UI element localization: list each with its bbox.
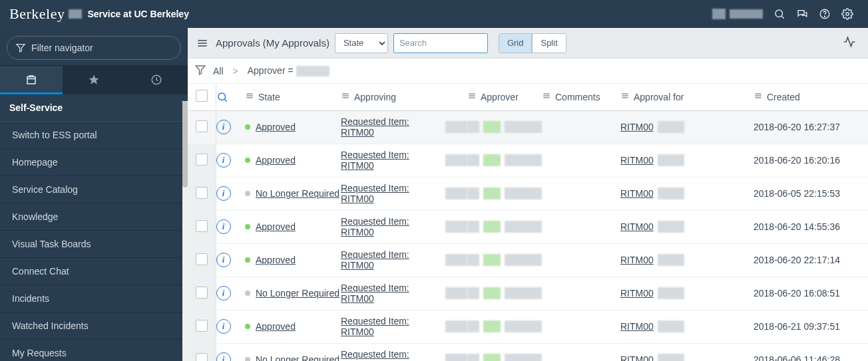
sidebar-section-self-service[interactable]: Self-Service (0, 94, 187, 122)
column-menu-icon[interactable] (467, 91, 477, 102)
column-header-state[interactable]: State (258, 92, 280, 102)
sidebar-item[interactable]: Service Catalog (0, 176, 187, 203)
table-row: iApprovedRequested Item: RITM00RITM00201… (188, 110, 868, 144)
approver-cell (467, 254, 542, 266)
split-view-button[interactable]: Split (532, 34, 565, 53)
row-info-icon[interactable]: i (216, 186, 231, 201)
state-link[interactable]: Approved (256, 155, 296, 166)
sidebar-item[interactable]: Visual Task Boards (0, 231, 187, 258)
help-icon[interactable] (813, 0, 836, 28)
approving-link[interactable]: Requested Item: RITM00 (341, 216, 441, 237)
row-checkbox[interactable] (196, 187, 208, 199)
state-link[interactable]: Approved (256, 122, 296, 132)
row-checkbox[interactable] (196, 287, 208, 299)
state-dot-icon (245, 191, 250, 196)
sidebar-item[interactable]: Watched Incidents (0, 312, 187, 340)
row-info-icon[interactable]: i (216, 219, 231, 234)
comments-cell (542, 177, 620, 210)
sidebar-item[interactable]: Connect Chat (0, 258, 187, 285)
approval-for-link[interactable]: RITM00 (620, 321, 654, 332)
state-link[interactable]: No Longer Required (256, 354, 339, 361)
approval-for-link[interactable]: RITM00 (620, 155, 654, 166)
row-info-icon[interactable]: i (216, 153, 231, 168)
row-checkbox[interactable] (196, 353, 208, 362)
filter-navigator-wrap[interactable] (7, 36, 181, 60)
column-menu-icon[interactable] (542, 91, 551, 102)
redacted (445, 154, 467, 166)
list-menu-icon[interactable] (194, 35, 210, 51)
row-info-icon[interactable]: i (216, 352, 231, 361)
approving-link[interactable]: Requested Item: RITM00 (341, 249, 441, 271)
row-info-icon[interactable]: i (216, 253, 231, 267)
row-checkbox[interactable] (196, 220, 208, 232)
row-checkbox[interactable] (196, 154, 208, 166)
select-all-checkbox[interactable] (196, 90, 208, 102)
approving-link[interactable]: Requested Item: RITM00 (341, 183, 441, 204)
column-header-approval-for[interactable]: Approval for (634, 92, 684, 102)
sidebar-item[interactable]: Incidents (0, 285, 187, 312)
row-checkbox[interactable] (196, 120, 208, 132)
approval-for-link[interactable]: RITM00 (620, 255, 654, 265)
column-header-created[interactable]: Created (767, 92, 800, 102)
column-header-approver[interactable]: Approver (481, 92, 519, 102)
search-icon[interactable] (768, 0, 791, 28)
svg-point-0 (775, 10, 783, 17)
column-header-approving[interactable]: Approving (354, 92, 396, 102)
state-link[interactable]: No Longer Required (256, 288, 339, 299)
row-info-icon[interactable]: i (216, 286, 231, 301)
chat-icon[interactable] (791, 0, 813, 28)
svg-marker-8 (89, 75, 99, 84)
gear-icon[interactable] (836, 0, 859, 28)
list-title: Approvals (My Approvals) (216, 37, 329, 49)
sidebar-scroll[interactable]: Self-Service Switch to ESS portalHomepag… (0, 94, 188, 361)
column-menu-icon[interactable] (754, 91, 763, 102)
approving-link[interactable]: Requested Item: RITM00 (341, 283, 441, 304)
row-info-icon[interactable]: i (216, 120, 231, 134)
breadcrumb-all[interactable]: All (213, 66, 224, 76)
column-search-icon[interactable] (216, 84, 246, 110)
filter-funnel-icon[interactable] (194, 64, 206, 78)
approving-link[interactable]: Requested Item: RITM00 (341, 150, 441, 171)
state-link[interactable]: No Longer Required (256, 188, 339, 199)
filter-navigator-input[interactable] (31, 43, 172, 53)
state-link[interactable]: Approved (256, 321, 296, 332)
approval-for-link[interactable]: RITM00 (620, 188, 654, 199)
approval-for-link[interactable]: RITM00 (620, 354, 654, 361)
search-field-select[interactable]: State (335, 33, 388, 53)
sidebar-item[interactable]: Switch to ESS portal (0, 122, 187, 149)
activity-stream-icon[interactable] (843, 35, 859, 51)
breadcrumb-approver[interactable]: Approver = (248, 65, 294, 76)
approving-link[interactable]: Requested Item: RITM00 (341, 116, 441, 138)
user-display[interactable] (712, 9, 763, 19)
created-cell: 2018-06-21 09:37:51 (754, 310, 868, 343)
sidebar-tab-all[interactable] (0, 66, 63, 94)
sidebar-scrollbar[interactable] (182, 101, 188, 361)
state-link[interactable]: Approved (256, 255, 296, 265)
column-menu-icon[interactable] (245, 91, 254, 102)
created-cell: 2018-06-05 22:15:53 (754, 177, 868, 210)
approval-for-link[interactable]: RITM00 (620, 122, 654, 132)
sidebar-tab-history[interactable] (125, 66, 188, 94)
approver-cell (467, 121, 542, 133)
sidebar-item[interactable]: My Requests (0, 340, 187, 361)
state-dot-icon (245, 124, 250, 130)
approving-link[interactable]: Requested Item: RITM00 (341, 316, 441, 337)
brand-suffix: Service at UC Berkeley (87, 9, 189, 19)
row-info-icon[interactable]: i (216, 319, 231, 334)
grid-view-button[interactable]: Grid (499, 34, 533, 53)
sidebar-tab-favorites[interactable] (63, 66, 125, 94)
approving-link[interactable]: Requested Item: RITM00 (341, 349, 441, 361)
approval-for-link[interactable]: RITM00 (620, 221, 654, 232)
sidebar-item[interactable]: Knowledge (0, 203, 187, 231)
state-dot-icon (245, 324, 250, 329)
column-header-comments[interactable]: Comments (555, 92, 600, 102)
column-menu-icon[interactable] (341, 91, 350, 102)
state-link[interactable]: Approved (256, 221, 296, 232)
svg-line-15 (224, 99, 226, 101)
row-checkbox[interactable] (196, 320, 208, 332)
row-checkbox[interactable] (196, 253, 208, 265)
sidebar-item[interactable]: Homepage (0, 149, 187, 176)
approval-for-link[interactable]: RITM00 (620, 288, 654, 299)
column-menu-icon[interactable] (620, 91, 630, 102)
list-search-input[interactable] (393, 33, 488, 53)
